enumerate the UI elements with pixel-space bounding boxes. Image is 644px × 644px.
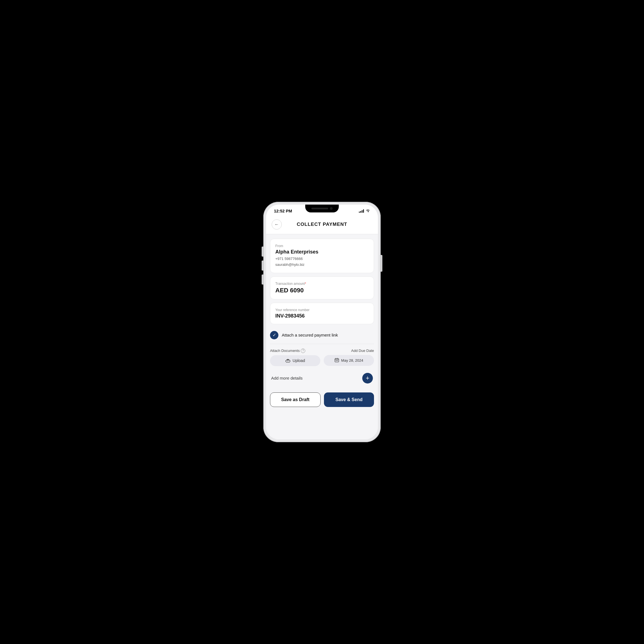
docs-section: Attach Documents ? (270, 349, 320, 366)
back-button[interactable]: ← (272, 219, 282, 229)
wifi-icon (366, 209, 370, 213)
from-phone: +971 598776666 (275, 256, 369, 262)
signal-bar-2 (360, 211, 361, 213)
signal-bars (359, 209, 364, 213)
save-send-button[interactable]: Save & Send (324, 392, 374, 407)
status-icons (359, 209, 370, 213)
back-arrow-icon: ← (274, 222, 279, 227)
status-bar: 12:52 PM (266, 205, 378, 215)
divider (270, 344, 374, 344)
page-title: COLLECT PAYMENT (282, 222, 362, 227)
reference-card: Your reference number INV-2983456 (270, 303, 374, 324)
svg-rect-7 (337, 360, 338, 361)
transaction-value: AED 6090 (275, 287, 369, 294)
checkmark-icon: ✓ (273, 333, 276, 337)
bottom-buttons: Save as Draft Save & Send (270, 390, 374, 413)
svg-rect-5 (336, 360, 336, 361)
reference-value: INV-2983456 (275, 313, 369, 319)
from-email: saurabh@hylo.biz (275, 262, 369, 268)
notch-pill (311, 208, 328, 209)
upload-button[interactable]: Upload (270, 355, 320, 366)
from-label: From (275, 244, 369, 248)
add-more-details-button[interactable]: + (362, 373, 373, 383)
due-date-section: Add Due Date (324, 349, 374, 366)
signal-bar-4 (363, 209, 364, 213)
app-header: ← COLLECT PAYMENT (266, 215, 378, 234)
upload-label: Upload (293, 358, 305, 363)
docs-label: Attach Documents ? (270, 349, 320, 353)
app-content: ← COLLECT PAYMENT From Alpha Enterprises… (266, 215, 378, 439)
transaction-label: Transaction amount* (275, 282, 369, 286)
calendar-icon (335, 358, 339, 363)
from-card: From Alpha Enterprises +971 598776666 sa… (270, 239, 374, 273)
signal-bar-1 (359, 212, 360, 213)
more-details-label: Add more details (271, 376, 303, 380)
scroll-body: From Alpha Enterprises +971 598776666 sa… (266, 234, 378, 417)
required-star: * (305, 282, 306, 286)
signal-bar-3 (362, 210, 363, 213)
reference-label: Your reference number (275, 308, 369, 312)
more-details-row: Add more details + (270, 370, 374, 387)
upload-icon (285, 358, 290, 363)
due-date-value: May 28, 2024 (341, 358, 363, 363)
due-date-label: Add Due Date (324, 349, 374, 353)
help-icon[interactable]: ? (301, 349, 305, 353)
svg-rect-6 (337, 360, 337, 361)
payment-link-row[interactable]: ✓ Attach a secured payment link (270, 328, 374, 340)
payment-link-checkbox[interactable]: ✓ (270, 331, 278, 339)
transaction-card: Transaction amount* AED 6090 (270, 276, 374, 299)
payment-link-label: Attach a secured payment link (282, 333, 338, 337)
plus-icon: + (366, 375, 370, 381)
status-time: 12:52 PM (274, 209, 292, 213)
docs-row: Attach Documents ? (270, 347, 374, 366)
save-draft-button[interactable]: Save as Draft (270, 392, 321, 407)
notch (305, 205, 339, 212)
date-picker-button[interactable]: May 28, 2024 (324, 355, 374, 366)
notch-dot (330, 207, 333, 210)
from-name: Alpha Enterprises (275, 249, 369, 255)
